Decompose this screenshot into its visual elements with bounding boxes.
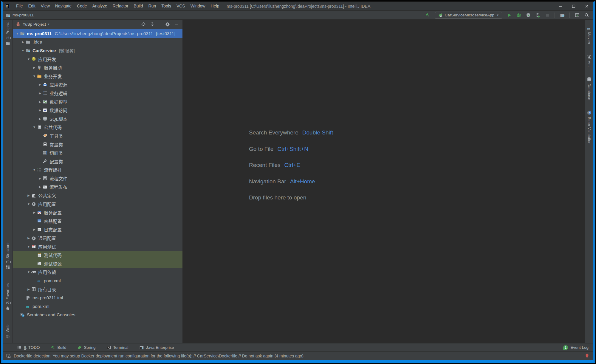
tree-item[interactable]: ▶流程发布	[13, 183, 182, 191]
expand-arrow-icon[interactable]: ▶	[37, 185, 43, 188]
run-window-button[interactable]	[573, 12, 581, 19]
tree-item[interactable]: 配置类	[13, 157, 182, 166]
status-message[interactable]: Dockerfile detection: You may setup Dock…	[14, 354, 304, 358]
tree-item[interactable]: ▶数据模型	[13, 97, 182, 106]
run-button[interactable]	[505, 12, 513, 19]
tree-item[interactable]: 切面类	[13, 148, 182, 157]
toolwindow-tab-database[interactable]: Database	[587, 77, 592, 100]
search-button[interactable]	[583, 12, 590, 19]
menu-item-vcs[interactable]: VCS	[174, 2, 188, 10]
tree-item[interactable]: ▶业务逻辑	[13, 89, 182, 97]
profiler-button[interactable]	[534, 12, 541, 19]
menu-item-file[interactable]: File	[13, 2, 26, 10]
toolwindow-tab-web[interactable]: Web	[5, 324, 10, 339]
error-icon[interactable]	[585, 353, 590, 358]
menu-item-run[interactable]: Run	[146, 2, 159, 10]
collapse-arrow-icon[interactable]: ▼	[26, 245, 31, 248]
tree-item[interactable]: ▶流程文件	[13, 174, 182, 183]
menu-item-navigate[interactable]: Navigate	[52, 2, 74, 10]
menu-item-view[interactable]: View	[38, 2, 52, 10]
toolwindow-tab-spring[interactable]: Spring	[77, 345, 96, 350]
menu-item-edit[interactable]: Edit	[26, 2, 38, 10]
expand-arrow-icon[interactable]: ▶	[37, 83, 43, 86]
build-button[interactable]	[424, 12, 432, 19]
settings-gear-button[interactable]	[165, 21, 171, 27]
expand-arrow-icon[interactable]: ▶	[32, 66, 37, 69]
collapse-arrow-icon[interactable]: ▼	[32, 75, 37, 78]
toolwindow-tab-javaenterprise[interactable]: Java Enterprise	[139, 345, 174, 350]
toolwindow-tab-terminal[interactable]: Terminal	[106, 345, 129, 350]
menu-item-tools[interactable]: Tools	[159, 2, 174, 10]
expand-arrow-icon[interactable]: ▶	[20, 40, 26, 44]
tree-item[interactable]: 测试资源	[13, 259, 182, 268]
expand-arrow-icon[interactable]: ▶	[37, 109, 43, 112]
expand-arrow-icon[interactable]: ▶	[26, 194, 31, 197]
tree-item[interactable]: 常量类	[13, 140, 182, 149]
tree-item[interactable]: ▶通讯配置	[13, 234, 182, 242]
run-configuration-selector[interactable]: CarServiceMicroserviceApp▼	[435, 12, 502, 19]
expand-arrow-icon[interactable]: ▶	[37, 117, 43, 120]
expand-arrow-icon[interactable]: ▶	[37, 100, 43, 103]
expand-arrow-icon[interactable]: ▶	[37, 177, 43, 180]
event-log-button[interactable]: 1Event Log	[563, 345, 589, 350]
collapse-arrow-icon[interactable]: ▼	[15, 32, 20, 35]
menu-item-analyze[interactable]: Analyze	[90, 2, 110, 10]
expand-arrow-icon[interactable]: ▶	[32, 211, 37, 214]
menu-item-help[interactable]: Help	[208, 2, 222, 10]
tree-item[interactable]: ▶SQL脚本	[13, 114, 182, 123]
expand-arrow-icon[interactable]: ▶	[26, 288, 31, 291]
tree-item[interactable]: mpom.xml	[13, 302, 182, 311]
expand-arrow-icon[interactable]: ▶	[26, 236, 31, 240]
toolwindow-tab-structure[interactable]: 7: Structure	[5, 242, 10, 269]
toolwindow-tab-ant[interactable]: Ant	[587, 54, 592, 67]
tree-item[interactable]: ▶所有目录	[13, 285, 182, 294]
tree-item[interactable]: ▼应用测试	[13, 242, 182, 251]
menu-item-window[interactable]: Window	[188, 2, 208, 10]
tree-item[interactable]: ▶服务配置	[13, 208, 182, 217]
close-button[interactable]	[580, 2, 593, 10]
maximize-button[interactable]	[567, 2, 580, 10]
toolwindow-tab-favorites[interactable]: 2: Favorites	[5, 283, 10, 311]
tree-item[interactable]: ▼公共代码	[13, 123, 182, 132]
project-structure-button[interactable]	[558, 12, 566, 19]
tree-item[interactable]: ms-pro0311.iml	[13, 293, 182, 302]
tree-item[interactable]: mpom.xml	[13, 276, 182, 285]
debug-button[interactable]	[515, 12, 522, 19]
collapse-arrow-icon[interactable]: ▼	[20, 49, 26, 52]
locate-button[interactable]	[140, 21, 146, 27]
toolwindow-tab-todo[interactable]: 6: TODO	[17, 345, 40, 350]
coverage-button[interactable]	[524, 12, 532, 19]
tree-item[interactable]: ▶应用资源	[13, 80, 182, 89]
tree-item[interactable]: 容器配置	[13, 217, 182, 225]
tree-item[interactable]: ▼应用开发	[13, 55, 182, 63]
menu-item-code[interactable]: Code	[74, 2, 89, 10]
tree-item[interactable]: ▼业务开发	[13, 72, 182, 80]
project-view-selector[interactable]: YuSp Project	[23, 22, 46, 27]
toolbar-project-breadcrumb[interactable]: ms-pro0311	[6, 13, 34, 18]
tree-item[interactable]: ▼ms-pro0311C:\Users\liuzhengzhong\IdeaPr…	[13, 29, 182, 38]
tree-item[interactable]: ▼应用依赖	[13, 268, 182, 277]
tree-item[interactable]: ▼CarService[微服务]	[13, 46, 182, 55]
tree-item[interactable]: Scratches and Consoles	[13, 311, 182, 319]
tree-item[interactable]: ▼流程编排	[13, 166, 182, 174]
collapse-arrow-icon[interactable]: ▼	[26, 270, 31, 274]
menu-item-refactor[interactable]: Refactor	[110, 2, 131, 10]
menu-item-build[interactable]: Build	[131, 2, 145, 10]
tree-item[interactable]: ▶.idea	[13, 38, 182, 47]
toolwindow-tab-project[interactable]: 1: Project	[5, 22, 10, 46]
tree-item[interactable]: 测试代码	[13, 251, 182, 259]
collapse-arrow-icon[interactable]: ▼	[26, 58, 31, 61]
toolwindow-tab-beanvalidation[interactable]: Bean Validation	[587, 110, 592, 145]
tree-item[interactable]: ▼应用配置	[13, 200, 182, 208]
collapse-arrow-icon[interactable]: ▼	[26, 202, 31, 206]
collapse-arrow-icon[interactable]: ▼	[32, 168, 37, 171]
expand-arrow-icon[interactable]: ▶	[32, 228, 37, 231]
toolwindow-tab-build[interactable]: Build	[51, 345, 66, 350]
hide-button[interactable]	[174, 21, 179, 27]
tree-item[interactable]: ▶数据访问	[13, 106, 182, 114]
expand-arrow-icon[interactable]: ▶	[37, 92, 43, 95]
collapse-all-button[interactable]	[149, 21, 155, 27]
tree-item[interactable]: ▶服务启动	[13, 63, 182, 72]
tree-item[interactable]: 工具类	[13, 131, 182, 140]
collapse-arrow-icon[interactable]: ▼	[32, 126, 37, 129]
